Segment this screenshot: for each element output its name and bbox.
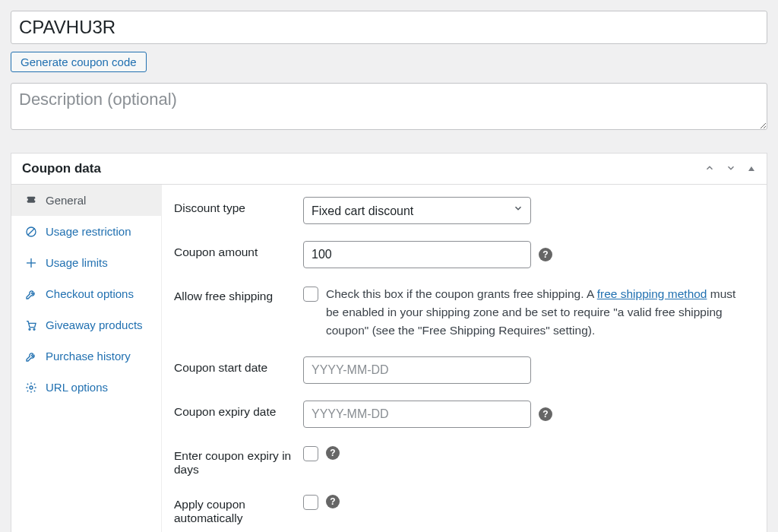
- coupon-expiry-date-label: Coupon expiry date: [174, 401, 303, 419]
- panel-move-down-icon[interactable]: [726, 163, 736, 176]
- svg-point-7: [30, 386, 33, 389]
- gear-icon: [24, 382, 38, 394]
- sidebar-item-label: General: [46, 194, 86, 207]
- limits-icon: [24, 257, 38, 269]
- allow-free-shipping-label: Allow free shipping: [174, 285, 303, 303]
- allow-free-shipping-help: Check this box if the coupon grants free…: [326, 285, 750, 340]
- coupon-amount-input[interactable]: [303, 241, 531, 268]
- coupon-start-date-label: Coupon start date: [174, 356, 303, 375]
- free-shipping-method-link[interactable]: free shipping method: [597, 287, 707, 300]
- panel-header: Coupon data: [11, 154, 767, 185]
- expiry-days-label: Enter coupon expiry in days: [174, 445, 303, 477]
- apply-auto-checkbox[interactable]: [303, 495, 318, 510]
- help-icon[interactable]: ?: [539, 407, 552, 421]
- apply-auto-label: Apply coupon automatically: [174, 493, 303, 525]
- wrench-icon: [24, 288, 38, 300]
- coupon-data-panel: Coupon data General: [11, 153, 767, 532]
- generate-coupon-button[interactable]: Generate coupon code: [11, 52, 147, 72]
- sidebar-item-label: URL options: [46, 381, 108, 394]
- wrench-icon: [24, 350, 38, 363]
- coupon-expiry-date-input[interactable]: [303, 401, 531, 428]
- svg-point-5: [29, 328, 30, 330]
- sidebar-item-usage-restriction[interactable]: Usage restriction: [11, 216, 161, 247]
- sidebar-item-label: Usage restriction: [46, 225, 131, 238]
- panel-title: Coupon data: [22, 161, 101, 176]
- coupon-description-textarea[interactable]: [11, 83, 767, 130]
- ban-icon: [24, 226, 38, 238]
- svg-point-6: [33, 328, 35, 330]
- sidebar-item-label: Giveaway products: [46, 318, 143, 331]
- coupon-start-date-input[interactable]: [303, 356, 531, 384]
- expiry-days-checkbox[interactable]: [303, 446, 318, 461]
- sidebar-item-giveaway-products[interactable]: Giveaway products: [11, 309, 161, 340]
- sidebar-item-purchase-history[interactable]: Purchase history: [11, 340, 161, 372]
- coupon-amount-label: Coupon amount: [174, 241, 303, 259]
- panel-collapse-icon[interactable]: [747, 163, 756, 176]
- discount-type-select[interactable]: Fixed cart discount: [303, 197, 531, 224]
- form-content: Discount type Fixed cart discount: [162, 185, 767, 532]
- sidebar-item-checkout-options[interactable]: Checkout options: [11, 278, 161, 309]
- svg-line-2: [28, 228, 35, 235]
- allow-free-shipping-checkbox[interactable]: [303, 287, 318, 302]
- sidebar-item-url-options[interactable]: URL options: [11, 372, 161, 403]
- svg-marker-0: [748, 166, 754, 171]
- discount-type-label: Discount type: [174, 197, 303, 215]
- sidebar: General Usage restriction Usage limits: [11, 185, 162, 532]
- help-icon[interactable]: ?: [326, 446, 340, 460]
- ticket-icon: [24, 195, 38, 207]
- help-icon[interactable]: ?: [326, 495, 340, 508]
- help-icon[interactable]: ?: [539, 248, 552, 261]
- cart-icon: [24, 319, 38, 331]
- sidebar-item-usage-limits[interactable]: Usage limits: [11, 247, 161, 278]
- sidebar-item-label: Checkout options: [46, 287, 134, 300]
- sidebar-item-label: Usage limits: [46, 256, 108, 269]
- sidebar-item-general[interactable]: General: [11, 185, 161, 216]
- coupon-code-input[interactable]: [11, 11, 767, 44]
- sidebar-item-label: Purchase history: [46, 350, 131, 363]
- panel-move-up-icon[interactable]: [704, 163, 715, 176]
